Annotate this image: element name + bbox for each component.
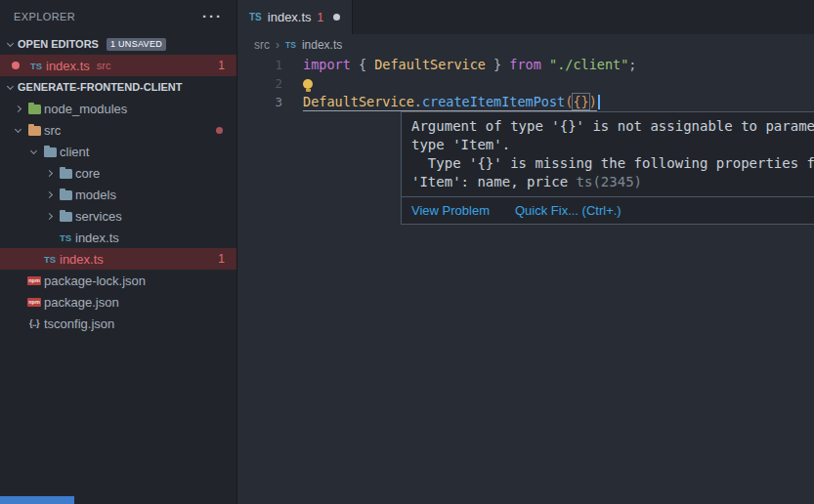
file-icon-slot — [57, 189, 74, 200]
typescript-icon: TS — [285, 40, 296, 50]
hover-message-line: type 'Item'. — [411, 136, 814, 154]
file-icon-slot: {..} — [25, 318, 43, 328]
error-count-badge: 1 — [218, 59, 225, 72]
chevron-slot — [41, 192, 57, 197]
file-icon-slot: TS — [27, 61, 45, 71]
tree-item-index-ts[interactable]: TSindex.ts1 — [0, 248, 236, 270]
project-section-header[interactable]: GENERATE-FRONTEND-CLIENT — [0, 76, 236, 98]
tree-item-src[interactable]: src — [0, 119, 236, 141]
file-tree: node_modulessrcclientcoremodelsservicesT… — [0, 98, 236, 334]
tab-strip: TS index.ts 1 — [237, 0, 814, 34]
hovered-expression: DefaultService.createItemItemPost({}) — [303, 94, 597, 111]
chevron-slot — [41, 171, 57, 176]
code-token: DefaultService — [303, 94, 414, 109]
json-icon: {..} — [29, 318, 39, 328]
unsaved-count-badge: 1 UNSAVED — [107, 38, 166, 51]
code-token — [541, 57, 549, 72]
tree-item-package-json[interactable]: npmpackage.json — [0, 291, 236, 313]
line-number: 2 — [237, 74, 282, 93]
code-token: from — [509, 57, 541, 72]
hover-action-quick-fix-ctrl[interactable]: Quick Fix... (Ctrl+.) — [515, 203, 621, 218]
chevron-slot — [2, 86, 18, 89]
hover-actions: View ProblemQuick Fix... (Ctrl+.) — [402, 196, 814, 224]
more-actions-icon[interactable]: ··· — [202, 12, 223, 21]
code-text: import { DefaultService } from "./client… — [282, 56, 636, 74]
folder-blue-icon — [60, 190, 72, 200]
hover-message: Argument of type '{}' is not assignable … — [402, 112, 814, 196]
npm-icon: npm — [27, 298, 41, 307]
tree-item-services[interactable]: services — [0, 205, 236, 227]
hover-action-view-problem[interactable]: View Problem — [411, 203, 490, 218]
file-name: src — [44, 123, 61, 138]
breadcrumb-item-index-ts[interactable]: index.ts — [302, 38, 342, 52]
hover-text: type 'Item'. — [411, 137, 510, 152]
code-token: createItemItemPost — [422, 94, 565, 109]
code-token: { — [351, 57, 374, 72]
typescript-icon: TS — [44, 254, 56, 265]
file-icon-slot: TS — [57, 232, 74, 243]
modified-dot-icon[interactable] — [333, 14, 340, 21]
tab-index-ts[interactable]: TS index.ts 1 — [237, 0, 353, 34]
error-dot — [216, 127, 223, 134]
file-name: package-lock.json — [44, 273, 146, 288]
modified-dot-icon — [12, 62, 20, 69]
file-name: services — [75, 209, 122, 224]
code-line-1[interactable]: 1import { DefaultService } from "./clien… — [237, 56, 814, 74]
file-name: node_modules — [44, 102, 127, 116]
chevron-down-icon — [6, 39, 13, 46]
code-token: ; — [628, 57, 636, 72]
explorer-title: EXPLORER — [14, 11, 75, 22]
code-token: "./client" — [549, 57, 628, 72]
file-name: models — [75, 188, 116, 202]
file-name: index.ts — [75, 231, 119, 245]
code-token: . — [414, 94, 422, 109]
open-editors-list: TSindex.tssrc1 — [0, 55, 236, 76]
hover-tooltip: Argument of type '{}' is not assignable … — [401, 111, 814, 225]
tree-item-index-ts[interactable]: TSindex.ts — [0, 227, 236, 248]
chevron-down-icon — [14, 125, 21, 132]
chevron-right-icon — [45, 169, 52, 176]
diagnostic-code: ts(2345) — [577, 174, 642, 189]
chevron-slot — [10, 129, 25, 132]
code-token: import — [303, 57, 351, 72]
statusbar-remote-indicator[interactable] — [0, 496, 74, 504]
tab-error-count: 1 — [318, 11, 324, 24]
file-name: tsconfig.json — [44, 316, 114, 331]
folder-blue-icon — [60, 212, 72, 222]
lightbulb-icon[interactable] — [303, 79, 313, 89]
code-line-3[interactable]: 3DefaultService.createItemItemPost({}) — [237, 93, 814, 111]
chevron-down-icon — [6, 82, 13, 89]
file-icon-slot — [41, 146, 59, 157]
file-name: core — [75, 166, 100, 181]
tree-item-tsconfig-json[interactable]: {..}tsconfig.json — [0, 313, 236, 334]
chevron-right-icon — [14, 105, 21, 111]
breadcrumb-item-src[interactable]: src — [254, 38, 270, 52]
tree-item-package-lock-json[interactable]: npmpackage-lock.json — [0, 270, 236, 291]
error-count-badge: 1 — [218, 252, 225, 266]
tree-item-models[interactable]: models — [0, 184, 236, 205]
file-name: index.ts — [60, 252, 104, 267]
tree-item-client[interactable]: client — [0, 141, 236, 162]
open-editors-header[interactable]: OPEN EDITORS 1 UNSAVED — [0, 33, 236, 55]
open-editor-item-index-ts[interactable]: TSindex.tssrc1 — [0, 55, 236, 76]
code-token: DefaultService — [374, 57, 486, 72]
typescript-icon: TS — [30, 61, 42, 71]
file-name: index.ts — [46, 59, 90, 73]
code-editor[interactable]: 1import { DefaultService } from "./clien… — [237, 56, 814, 111]
hover-message-line: 'Item': name, price ts(2345) — [411, 173, 814, 191]
explorer-sidebar: EXPLORER ··· OPEN EDITORS 1 UNSAVED TSin… — [0, 0, 237, 504]
hover-text: Argument of type '{}' is not assignable … — [411, 118, 814, 134]
vscode-window: EXPLORER ··· OPEN EDITORS 1 UNSAVED TSin… — [0, 0, 814, 504]
folder-blue-icon — [60, 169, 72, 179]
typescript-icon: TS — [249, 12, 262, 22]
file-icon-slot — [57, 210, 74, 222]
line-number: 3 — [237, 93, 282, 111]
editor-area: TS index.ts 1 src›TSindex.ts 1import { D… — [237, 0, 814, 504]
code-token: {} — [573, 94, 588, 109]
tree-item-core[interactable]: core — [0, 162, 236, 184]
tree-item-node-modules[interactable]: node_modules — [0, 98, 236, 119]
code-line-2[interactable]: 2 — [237, 74, 814, 93]
line-number: 1 — [237, 56, 282, 74]
file-icon-slot: npm — [25, 298, 43, 307]
hover-text: Type '{}' is missing the following prope… — [411, 155, 814, 171]
